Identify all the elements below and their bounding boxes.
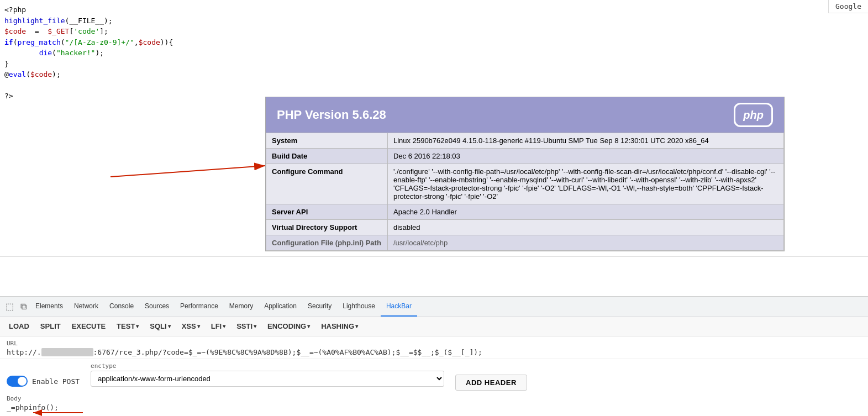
phpinfo-label-builddate: Build Date	[266, 149, 388, 164]
phpinfo-value-configure: './configure' '--with-config-file-path=/…	[388, 164, 784, 204]
phpinfo-row-configpath: Configuration File (php.ini) Path /usr/l…	[266, 235, 784, 251]
code-line-6: }	[4, 59, 864, 70]
code-line-1: <?php	[4, 4, 864, 15]
svg-line-1	[111, 166, 265, 177]
code-line-5: die("hacker!");	[4, 48, 864, 59]
code-line-2: highlight_file(__FILE__);	[4, 15, 864, 27]
phpinfo-value-configpath: /usr/local/etc/php	[388, 235, 784, 251]
code-line-3: $code = $_GET['code'];	[4, 26, 864, 37]
phpinfo-value-serverapi: Apache 2.0 Handler	[388, 204, 784, 220]
phpinfo-value-builddate: Dec 6 2016 22:18:03	[388, 149, 784, 164]
phpinfo-header: PHP Version 5.6.28 php	[266, 97, 784, 133]
code-area: <?php highlight_file(__FILE__); $code = …	[0, 0, 868, 257]
code-line-4: if(preg_match("/[A-Za-z0-9]+/",$code)){	[4, 37, 864, 48]
google-corner-text: Google	[835, 2, 861, 10]
phpinfo-label-serverapi: Server API	[266, 204, 388, 220]
google-corner: Google	[828, 0, 868, 13]
phpinfo-table: System Linux 2590b762e049 4.15.0-118-gen…	[266, 133, 784, 251]
phpinfo-label-configure: Configure Command	[266, 164, 388, 204]
phpinfo-row-vdir: Virtual Directory Support disabled	[266, 220, 784, 235]
phpinfo-value-vdir: disabled	[388, 220, 784, 235]
phpinfo-row-system: System Linux 2590b762e049 4.15.0-118-gen…	[266, 133, 784, 149]
phpinfo-label-configpath: Configuration File (php.ini) Path	[266, 235, 388, 251]
phpinfo-row-configure: Configure Command './configure' '--with-…	[266, 164, 784, 204]
phpinfo-title: PHP Version 5.6.28	[277, 108, 386, 122]
code-display: <?php highlight_file(__FILE__); $code = …	[4, 4, 864, 102]
php-logo: php	[734, 103, 773, 127]
phpinfo-label-vdir: Virtual Directory Support	[266, 220, 388, 235]
code-line-7: @eval($code);	[4, 69, 864, 80]
phpinfo-panel: PHP Version 5.6.28 php System Linux 2590…	[265, 97, 785, 251]
phpinfo-label-system: System	[266, 133, 388, 149]
phpinfo-row-builddate: Build Date Dec 6 2016 22:18:03	[266, 149, 784, 164]
code-line-8	[4, 80, 864, 91]
phpinfo-row-serverapi: Server API Apache 2.0 Handler	[266, 204, 784, 220]
phpinfo-value-system: Linux 2590b762e049 4.15.0-118-generic #1…	[388, 133, 784, 149]
